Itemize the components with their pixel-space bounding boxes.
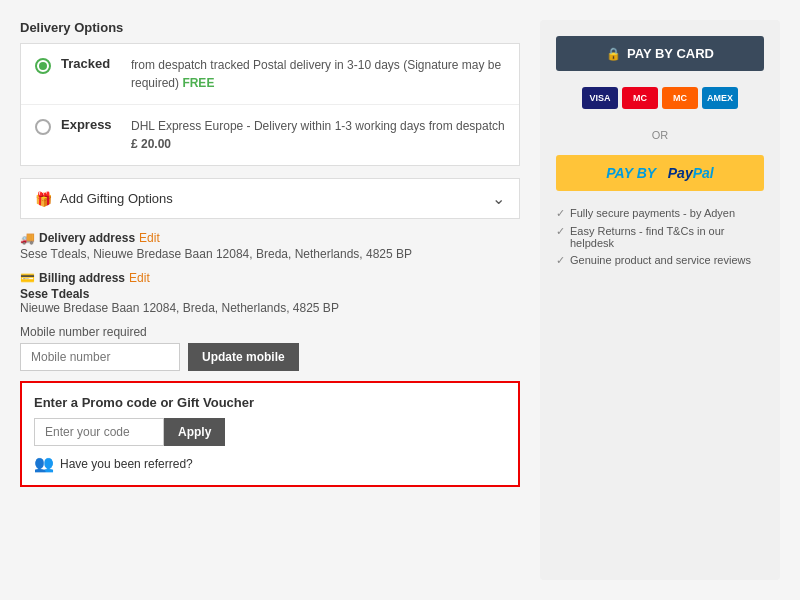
billing-address-section: 💳 Billing address Edit Sese Tdeals Nieuw… xyxy=(20,271,520,315)
amex-icon: AMEX xyxy=(702,87,738,109)
mobile-input[interactable] xyxy=(20,343,180,371)
tracked-desc: from despatch tracked Postal delivery in… xyxy=(131,56,505,92)
promo-input[interactable] xyxy=(34,418,164,446)
lock-icon: 🔒 xyxy=(606,47,621,61)
express-price: £ 20.00 xyxy=(131,137,171,151)
delivery-options-box: Tracked from despatch tracked Postal del… xyxy=(20,43,520,166)
truck-icon: 🚚 xyxy=(20,231,35,245)
billing-address-text: Nieuwe Bredase Baan 12084, Breda, Nether… xyxy=(20,301,520,315)
paypal-brand: PayPal xyxy=(668,165,714,181)
delivery-address-section: 🚚 Delivery address Edit Sese Tdeals, Nie… xyxy=(20,231,520,261)
card-icon-label: 💳 xyxy=(20,271,35,285)
promo-title: Enter a Promo code or Gift Voucher xyxy=(34,395,506,410)
trust-item-1: ✓ Easy Returns - find T&Cs in our helpde… xyxy=(556,225,764,249)
promo-section: Enter a Promo code or Gift Voucher Apply… xyxy=(20,381,520,487)
trust-item-2: ✓ Genuine product and service reviews xyxy=(556,254,764,267)
mobile-label: Mobile number required xyxy=(20,325,520,339)
paypal-pay-label: PAY BY PayPal xyxy=(606,165,713,181)
referral-row[interactable]: 👥 Have you been referred? xyxy=(34,454,506,473)
pay-by-card-button[interactable]: 🔒 PAY BY CARD xyxy=(556,36,764,71)
trust-text-0: Fully secure payments - by Adyen xyxy=(570,207,735,219)
mastercard-icon: MC xyxy=(622,87,658,109)
paypal-button[interactable]: PAY BY PayPal xyxy=(556,155,764,191)
update-mobile-button[interactable]: Update mobile xyxy=(188,343,299,371)
check-icon-2: ✓ xyxy=(556,254,565,267)
apply-button[interactable]: Apply xyxy=(164,418,225,446)
promo-row: Apply xyxy=(34,418,506,446)
referral-icon: 👥 xyxy=(34,454,54,473)
billing-address-label: 💳 Billing address Edit xyxy=(20,271,520,285)
trust-items: ✓ Fully secure payments - by Adyen ✓ Eas… xyxy=(556,207,764,267)
visa-icon: VISA xyxy=(582,87,618,109)
maestro-icon: MC xyxy=(662,87,698,109)
delivery-option-express[interactable]: Express DHL Express Europe - Delivery wi… xyxy=(21,105,519,165)
referral-label: Have you been referred? xyxy=(60,457,193,471)
check-icon-0: ✓ xyxy=(556,207,565,220)
gifting-left: 🎁 Add Gifting Options xyxy=(35,191,173,207)
trust-item-0: ✓ Fully secure payments - by Adyen xyxy=(556,207,764,220)
billing-address-edit[interactable]: Edit xyxy=(129,271,150,285)
gifting-row[interactable]: 🎁 Add Gifting Options ⌄ xyxy=(20,178,520,219)
radio-tracked[interactable] xyxy=(35,58,51,74)
gifting-label: Add Gifting Options xyxy=(60,191,173,206)
delivery-address-text: Sese Tdeals, Nieuwe Bredase Baan 12084, … xyxy=(20,247,520,261)
chevron-down-icon: ⌄ xyxy=(492,189,505,208)
check-icon-1: ✓ xyxy=(556,225,565,238)
radio-inner-tracked xyxy=(39,62,47,70)
left-panel: Delivery Options Tracked from despatch t… xyxy=(20,20,520,580)
right-panel: 🔒 PAY BY CARD VISA MC MC AMEX OR PAY BY … xyxy=(540,20,780,580)
pay-by-card-label: PAY BY CARD xyxy=(627,46,714,61)
radio-express[interactable] xyxy=(35,119,51,135)
delivery-option-tracked[interactable]: Tracked from despatch tracked Postal del… xyxy=(21,44,519,105)
delivery-address-label: 🚚 Delivery address Edit xyxy=(20,231,520,245)
card-icons: VISA MC MC AMEX xyxy=(556,87,764,109)
tracked-label: Tracked xyxy=(61,56,121,71)
page-wrapper: Delivery Options Tracked from despatch t… xyxy=(0,0,800,600)
trust-text-1: Easy Returns - find T&Cs in our helpdesk xyxy=(570,225,764,249)
delivery-address-edit[interactable]: Edit xyxy=(139,231,160,245)
gift-icon: 🎁 xyxy=(35,191,52,207)
billing-name: Sese Tdeals xyxy=(20,287,520,301)
express-label: Express xyxy=(61,117,121,132)
mobile-section: Mobile number required Update mobile xyxy=(20,325,520,371)
mobile-row: Update mobile xyxy=(20,343,520,371)
tracked-free: FREE xyxy=(182,76,214,90)
express-desc: DHL Express Europe - Delivery within 1-3… xyxy=(131,117,505,153)
trust-text-2: Genuine product and service reviews xyxy=(570,254,751,266)
delivery-options-title: Delivery Options xyxy=(20,20,520,35)
or-divider: OR xyxy=(556,129,764,141)
